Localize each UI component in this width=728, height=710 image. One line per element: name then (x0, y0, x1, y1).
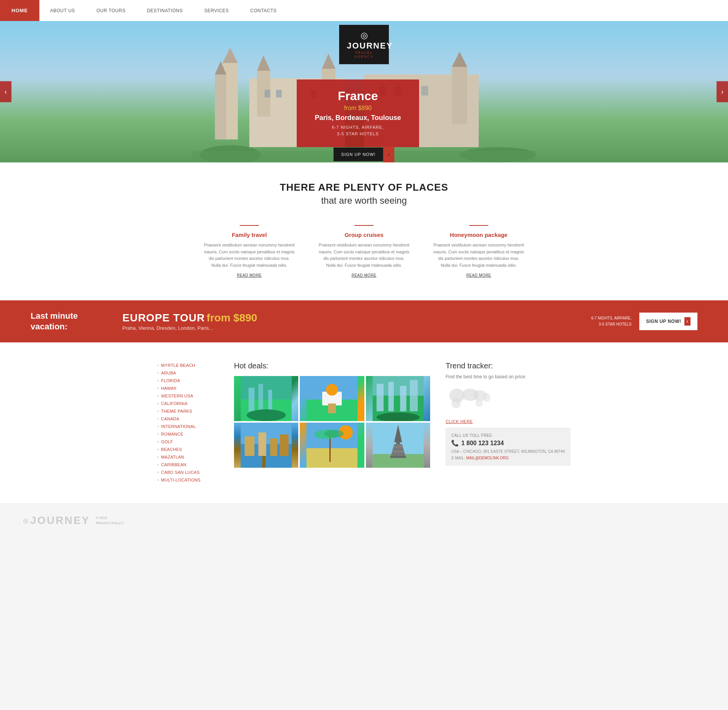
sidebar-item-theme-parks[interactable]: ›THEME PARKS (158, 407, 219, 415)
sidebar-item-florida[interactable]: ›FLORIDA (158, 377, 219, 384)
sidebar-arrow-icon: › (158, 409, 159, 413)
footer-logo-text: JOURNEY (30, 514, 90, 527)
svg-rect-18 (421, 86, 428, 96)
deal-image-eiffel[interactable] (366, 423, 430, 468)
nav-services[interactable]: SERVICES (193, 0, 239, 21)
nav-tours[interactable]: OUR TOURS (86, 0, 136, 21)
sidebar-arrow-icon: › (158, 402, 159, 405)
places-section: THERE ARE PLENTY OF PLACES that are wort… (0, 162, 728, 300)
feature-link-3[interactable]: READ MORE (433, 273, 525, 277)
hero-hotels: 3-5 STAR HOTELS (310, 131, 406, 138)
svg-rect-26 (268, 390, 272, 411)
banner-cities: Praha, Vienna, Dresden, London, Paris... (122, 325, 591, 331)
sidebar-arrow-icon: › (158, 447, 159, 451)
logo-icon: ◎ (347, 31, 381, 41)
hero-nights: 6-7 NIGHTS, AIRFARE, (310, 124, 406, 131)
svg-rect-11 (452, 67, 467, 124)
svg-point-63 (452, 398, 461, 408)
phone-icon: 📞 (451, 439, 459, 447)
sidebar-item-western-usa[interactable]: ›WESTERN USA (158, 392, 219, 400)
nav-contacts[interactable]: CONTACTS (239, 0, 287, 21)
feature-line-2 (354, 225, 374, 226)
sidebar-item-beaches[interactable]: ›BEACHES (158, 446, 219, 453)
nav-about[interactable]: ABOUT US (39, 0, 86, 21)
banner-tour-name: EUROPE TOUR from $890 (122, 312, 591, 324)
svg-rect-42 (245, 436, 255, 456)
svg-point-31 (326, 384, 338, 396)
deal-image-waterfall[interactable] (234, 376, 298, 421)
sidebar-item-multi[interactable]: ›MULTI-LOCATIONS (158, 476, 219, 484)
contact-box: CALL US TOLL FREE: 📞 1 800 123 1234 USA … (445, 428, 570, 466)
banner-line1: Last minute (31, 311, 78, 321)
logo-subtitle: TRAVEL AGENCY (347, 51, 381, 58)
banner-center: EUROPE TOUR from $890 Praha, Vienna, Dre… (107, 312, 591, 331)
banner-cta-button[interactable]: SIGN UP NOW! › (639, 313, 697, 330)
nav-destinations[interactable]: DESTINATIONS (136, 0, 193, 21)
svg-rect-25 (258, 384, 263, 412)
hot-deals-section: Hot deals: (234, 361, 430, 484)
main-content: ›MYRTLE BEACH ›ARUBA ›FLORIDA ›HAWAII ›W… (135, 350, 593, 495)
deal-image-beach[interactable] (300, 423, 364, 468)
sidebar-arrow-icon: › (158, 363, 159, 367)
hot-deals-title: Hot deals: (234, 361, 430, 370)
sidebar-item-romance[interactable]: ›ROMANCE (158, 430, 219, 438)
deal-image-waterfall2[interactable] (366, 376, 430, 421)
deals-grid (234, 376, 430, 468)
banner-left-text: Last minute vacation: (31, 311, 107, 332)
sidebar-item-california[interactable]: ›CALIFORNIA (158, 400, 219, 407)
hero-promo-card: France from $890 Paris, Bordeaux, Toulou… (297, 79, 419, 147)
svg-rect-38 (410, 380, 418, 412)
svg-rect-14 (276, 90, 282, 97)
sidebar-item-canada[interactable]: ›CANADA (158, 415, 219, 423)
svg-point-66 (475, 399, 483, 407)
svg-rect-60 (392, 451, 404, 452)
feature-link-2[interactable]: READ MORE (318, 273, 410, 277)
sidebar-item-caribbean[interactable]: ›CARIBBEAN (158, 461, 219, 468)
sidebar-arrow-icon: › (158, 470, 159, 474)
sidebar-item-mazatlan[interactable]: ›MAZATLAN (158, 453, 219, 461)
contact-phone: 📞 1 800 123 1234 (451, 439, 565, 447)
feature-title-3: Honeymoon package (433, 232, 525, 238)
trend-click-here[interactable]: CLICK HERE (445, 419, 570, 424)
sidebar: ›MYRTLE BEACH ›ARUBA ›FLORIDA ›HAWAII ›W… (158, 361, 219, 484)
sidebar-item-golf[interactable]: ›GOLF (158, 438, 219, 446)
banner-details: 6-7 NIGHTS, AIRFARE, 3-5 STAR HOTELS (591, 315, 632, 327)
feature-link-1[interactable]: READ MORE (203, 273, 295, 277)
banner-right: 6-7 NIGHTS, AIRFARE, 3-5 STAR HOTELS SIG… (591, 313, 697, 330)
sidebar-item-international[interactable]: ›INTERNATIONAL (158, 423, 219, 430)
svg-rect-43 (258, 433, 266, 456)
hero-signup-arrow-icon: › (383, 146, 394, 162)
feature-desc-1: Praesent vestibulum aenean nonummy hendr… (203, 242, 295, 269)
svg-point-67 (483, 393, 491, 402)
footer-logo-container: ◎ JOURNEY (23, 514, 90, 527)
sidebar-item-hawaii[interactable]: ›HAWAII (158, 384, 219, 392)
contact-address: USA – CHICAGO, 991 EASTE STREET, WILMING… (451, 449, 565, 455)
deal-image-resort[interactable] (300, 376, 364, 421)
hero-signup-button[interactable]: SIGN UP NOW! (333, 148, 383, 161)
nav-home[interactable]: HOME (0, 0, 39, 21)
footer-privacy-link[interactable]: PRIVACY POLICY (96, 521, 124, 525)
svg-rect-3 (215, 75, 226, 139)
hero-next-button[interactable]: › (717, 81, 728, 102)
deal-image-venice[interactable] (234, 423, 298, 468)
sidebar-item-aruba[interactable]: ›ARUBA (158, 369, 219, 377)
logo-title: JOURNEY (347, 42, 381, 50)
svg-rect-13 (265, 90, 270, 97)
feature-cruises: Group cruises Praesent vestibulum aenean… (307, 217, 421, 285)
contact-email[interactable]: MAIL@DEMOLINK.ORG (466, 456, 509, 460)
svg-rect-35 (377, 384, 384, 412)
svg-rect-58 (390, 456, 406, 458)
trend-tracker-title: Trend tracker: (445, 361, 570, 370)
banner-price: from $890 (206, 312, 257, 324)
hero-cities: Paris, Bordeaux, Toulouse (310, 114, 406, 122)
places-heading1: THERE ARE PLENTY OF PLACES (8, 182, 720, 193)
trend-tracker-section: Trend tracker: Find the best time to go … (445, 361, 570, 484)
places-heading2: that are worth seeing (8, 195, 720, 206)
sidebar-arrow-icon: › (158, 386, 159, 390)
feature-family: Family travel Praesent vestibulum aenean… (192, 217, 307, 285)
sidebar-item-cabo[interactable]: ›CABO SAN LUCAS (158, 468, 219, 476)
hero-prev-button[interactable]: ‹ (0, 81, 11, 102)
sidebar-item-myrtle-beach[interactable]: ›MYRTLE BEACH (158, 361, 219, 369)
svg-rect-45 (280, 434, 289, 456)
logo-box: ◎ JOURNEY TRAVEL AGENCY (339, 25, 389, 64)
